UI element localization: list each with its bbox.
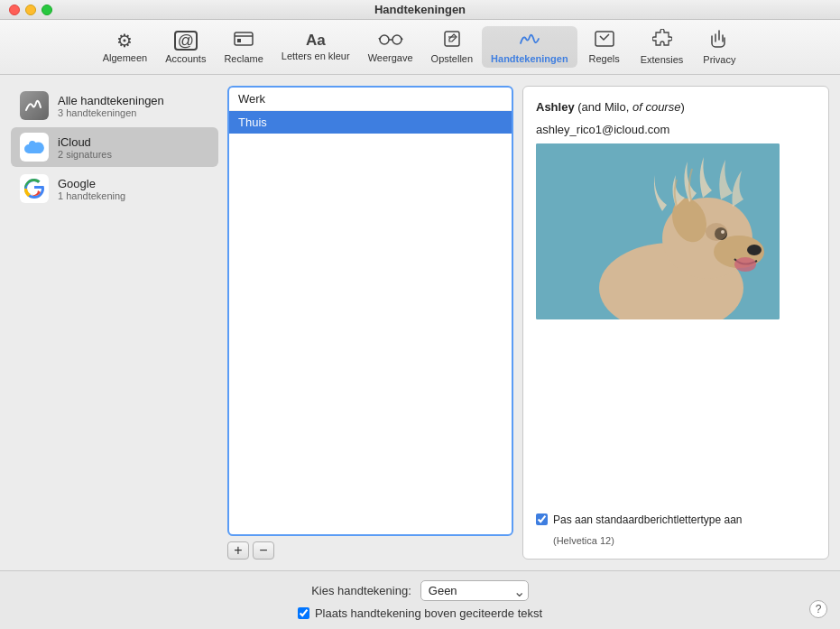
toolbar-label-reclame: Reclame	[224, 53, 263, 64]
sidebar-count-icloud: 2 signatures	[58, 149, 112, 160]
svg-point-4	[392, 35, 402, 44]
toolbar-item-weergave[interactable]: Weergave	[359, 28, 422, 67]
svg-point-16	[747, 245, 762, 255]
toolbar-item-accounts[interactable]: @ Accounts	[156, 27, 215, 68]
toolbar-item-privacy[interactable]: Privacy	[692, 25, 746, 69]
toolbar-item-handtekeningen[interactable]: Handtekeningen	[482, 26, 577, 68]
sig-email: ashley_rico1@icloud.com	[536, 123, 816, 136]
sidebar-text-all: Alle handtekeningen 3 handtekeningen	[58, 94, 164, 118]
sig-name-bold: Ashley	[536, 100, 575, 114]
svg-line-7	[402, 38, 402, 40]
sig-list-item-thuis[interactable]: Thuis	[229, 111, 512, 134]
toolbar-label-privacy: Privacy	[703, 54, 735, 65]
regels-icon	[595, 30, 614, 51]
sidebar-count-google: 1 handtekening	[58, 190, 125, 201]
sidebar-item-icloud[interactable]: iCloud 2 signatures	[11, 127, 218, 167]
sidebar-text-google: Google 1 handtekening	[58, 177, 125, 201]
sig-name-end: )	[680, 100, 684, 114]
maximize-button[interactable]	[42, 5, 52, 15]
content-area: Alle handtekeningen 3 handtekeningen iCl…	[11, 86, 829, 560]
sidebar-count-all: 3 handtekeningen	[58, 107, 164, 118]
help-button[interactable]: ?	[809, 600, 827, 618]
sidebar-item-all[interactable]: Alle handtekeningen 3 handtekeningen	[11, 86, 218, 125]
signature-preview-panel: Ashley (and Milo, of course) ashley_rico…	[522, 86, 829, 560]
svg-point-20	[706, 223, 727, 241]
svg-point-19	[734, 257, 756, 272]
compose-icon	[443, 30, 461, 51]
toolbar-label-opstellen: Opstellen	[431, 53, 473, 64]
puzzle-icon	[652, 29, 672, 51]
signature-list: Werk Thuis	[227, 86, 513, 536]
hand-icon	[710, 29, 728, 51]
sig-preview-header: Ashley (and Milo, of course)	[536, 99, 816, 116]
toolbar-label-weergave: Weergave	[368, 52, 413, 63]
sig-dog-image	[536, 143, 780, 319]
toolbar-label-algemeen: Algemeen	[103, 52, 148, 63]
toolbar-item-letters[interactable]: Aa Letters en kleur	[272, 29, 359, 65]
gear-icon: ⚙	[116, 32, 133, 50]
kies-row: Kies handtekening: Geen Werk Thuis ⌄	[311, 580, 529, 601]
sidebar: Alle handtekeningen 3 handtekeningen iCl…	[11, 86, 227, 560]
checkbox-standard-label: Pas aan standaardberichtlettertype aan	[553, 513, 742, 528]
bottom-bar-wrapper: Kies handtekening: Geen Werk Thuis ⌄ Pla…	[0, 570, 840, 629]
bottom-bar: Kies handtekening: Geen Werk Thuis ⌄ Pla…	[0, 570, 840, 629]
sig-name-italic: of course	[632, 100, 680, 114]
plaats-label: Plaats handtekening boven geciteerde tek…	[315, 606, 542, 620]
google-icon	[20, 174, 49, 203]
letters-icon: Aa	[306, 32, 326, 48]
sidebar-text-icloud: iCloud 2 signatures	[58, 135, 112, 160]
glasses-icon	[378, 32, 403, 50]
checkbox-standard-sublabel: (Helvetica 12)	[553, 535, 816, 546]
sidebar-name-google: Google	[58, 177, 125, 190]
close-button[interactable]	[9, 5, 20, 15]
minimize-button[interactable]	[25, 5, 36, 15]
sidebar-name-icloud: iCloud	[58, 135, 112, 149]
icloud-icon	[20, 133, 49, 162]
toolbar-item-algemeen[interactable]: ⚙ Algemeen	[94, 28, 157, 67]
toolbar-item-opstellen[interactable]: Opstellen	[422, 26, 482, 68]
checkbox-standard-row: Pas aan standaardberichtlettertype aan	[536, 513, 816, 528]
svg-line-6	[379, 38, 380, 40]
svg-rect-2	[237, 39, 241, 42]
svg-rect-8	[445, 32, 459, 46]
toolbar: ⚙ Algemeen @ Accounts Reclame Aa Letters…	[0, 20, 840, 75]
sig-image-container	[536, 143, 816, 502]
toolbar-label-accounts: Accounts	[165, 53, 206, 64]
kies-label: Kies handtekening:	[311, 584, 411, 597]
sig-list-buttons: + −	[227, 541, 513, 560]
select-container: Geen Werk Thuis ⌄	[420, 580, 529, 601]
reclame-icon	[234, 30, 254, 51]
signature-icon	[518, 30, 541, 51]
checkbox-standard[interactable]	[536, 513, 548, 525]
toolbar-label-letters: Letters en kleur	[282, 51, 350, 61]
toolbar-label-regels: Regels	[589, 53, 620, 64]
toolbar-item-regels[interactable]: Regels	[577, 26, 632, 68]
plaats-row: Plaats handtekening boven geciteerde tek…	[298, 606, 542, 620]
traffic-lights	[9, 5, 52, 15]
sig-list-item-werk[interactable]: Werk	[229, 88, 512, 111]
svg-point-3	[380, 35, 389, 44]
main-content: Alle handtekeningen 3 handtekeningen iCl…	[0, 75, 840, 570]
kies-select[interactable]: Geen Werk Thuis	[420, 580, 529, 601]
add-signature-button[interactable]: +	[227, 541, 249, 560]
titlebar: Handtekeningen	[0, 0, 840, 20]
plaats-checkbox[interactable]	[298, 607, 309, 619]
sidebar-item-google[interactable]: Google 1 handtekening	[11, 169, 218, 208]
middle-panel: Werk Thuis + −	[227, 86, 513, 560]
toolbar-item-extensies[interactable]: Extensies	[632, 25, 693, 69]
all-signatures-icon	[20, 91, 49, 120]
window-title: Handtekeningen	[374, 3, 466, 16]
remove-signature-button[interactable]: −	[253, 541, 274, 560]
sig-name-rest: (and Milo,	[575, 100, 632, 114]
sidebar-name-all: Alle handtekeningen	[58, 94, 164, 107]
toolbar-label-handtekeningen: Handtekeningen	[491, 53, 568, 64]
toolbar-label-extensies: Extensies	[641, 54, 684, 65]
at-icon: @	[174, 31, 198, 51]
toolbar-item-reclame[interactable]: Reclame	[215, 26, 272, 68]
